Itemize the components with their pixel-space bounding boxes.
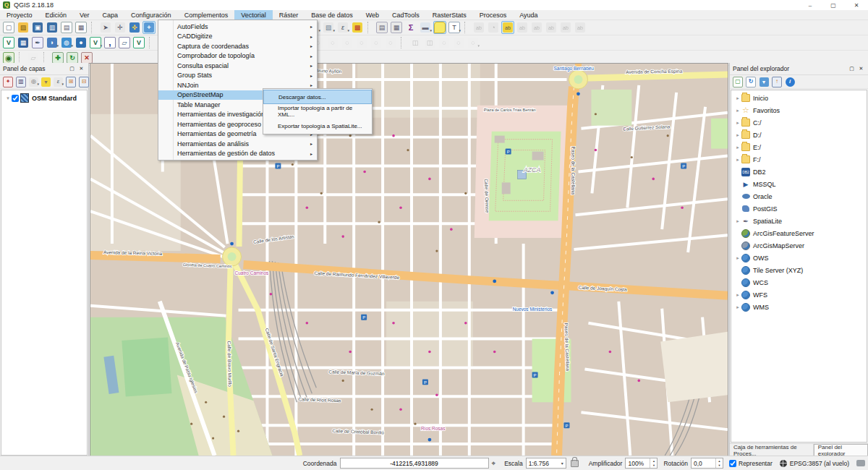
browser-item-wms[interactable]: ▸WMS xyxy=(731,301,867,313)
menu-procesos[interactable]: Procesos xyxy=(473,10,514,20)
attribute-table-button[interactable]: ▤ xyxy=(375,21,388,34)
touch-zoom-button[interactable]: ➤ xyxy=(99,21,112,34)
browser-filter-button[interactable]: ▼ xyxy=(758,76,770,87)
select-expression-button[interactable]: ε xyxy=(336,21,349,34)
split-parts-button[interactable]: ◫ xyxy=(423,36,436,49)
submenu-item-exportar-topologia[interactable]: Exportar topología a SpatiaLite... xyxy=(263,119,372,133)
scale-combobox[interactable]: 1:6.756▾ xyxy=(526,458,566,469)
crs-status[interactable]: EPSG:3857 (al vuelo) xyxy=(790,460,849,467)
menu-ayuda[interactable]: Ayuda xyxy=(513,10,544,20)
add-delimited-text-button[interactable]: , xyxy=(103,36,116,49)
scale-lock-icon[interactable] xyxy=(571,460,579,467)
save-project-as-button[interactable]: ▥ xyxy=(46,21,59,34)
browser-item-c-drive[interactable]: ▸C:/ xyxy=(731,116,867,129)
menu-item-group-stats[interactable]: Group Stats▸ xyxy=(158,71,317,81)
rotation-spinbox[interactable]: 0,0▲▼ xyxy=(691,458,723,469)
menu-cadtools[interactable]: CadTools xyxy=(386,10,426,20)
manage-visibility-button[interactable]: ◎ xyxy=(28,76,39,87)
menu-item-herramientas-de-gestion-de-datos[interactable]: Herramientas de gestión de datos▸ xyxy=(158,149,317,159)
menu-item-consulta-espacial[interactable]: Consulta espacial▸ xyxy=(158,61,317,71)
delete-part-button[interactable]: ◌ xyxy=(355,36,368,49)
label-toolbar-button-6[interactable]: ab xyxy=(559,21,572,34)
menu-complementos[interactable]: Complementos xyxy=(178,10,235,20)
layer-row-osm-standard[interactable]: ▾ OSM Standard xyxy=(1,92,87,104)
open-project-button[interactable]: ▨ xyxy=(17,21,30,34)
add-wcs-layer-button[interactable]: V xyxy=(132,36,145,49)
pan-to-selection-button[interactable]: ✜ xyxy=(128,21,141,34)
menu-capa[interactable]: Capa xyxy=(96,10,125,20)
add-wfs-layer-button[interactable]: ● xyxy=(75,36,88,49)
add-wms-layer-button[interactable]: ◍ xyxy=(60,36,73,49)
expander-icon[interactable]: ▸ xyxy=(734,218,741,224)
new-shapefile-button[interactable]: V xyxy=(2,36,15,49)
deselect-all-button[interactable]: ▩ xyxy=(351,21,364,34)
minimize-button[interactable]: – xyxy=(799,0,822,10)
spin-arrows[interactable]: ▲▼ xyxy=(650,458,657,468)
browser-item-wcs[interactable]: WCS xyxy=(731,276,867,289)
add-raster-button[interactable]: ▦ xyxy=(17,36,30,49)
tab-processing-toolbox[interactable]: Caja de herramientas de Proces... xyxy=(730,444,814,456)
new-composer-button[interactable]: ▤ xyxy=(60,21,73,34)
field-calculator-button[interactable]: ▦ xyxy=(390,21,403,34)
expander-icon[interactable]: ▸ xyxy=(734,120,741,126)
zoom-in-button[interactable]: + xyxy=(142,21,156,34)
collapse-all-button[interactable]: ⊟ xyxy=(78,76,90,87)
menu-proyecto[interactable]: Proyecto xyxy=(0,10,39,20)
label-toolbar-button-5[interactable]: ab xyxy=(545,21,558,34)
save-project-button[interactable]: ▣ xyxy=(31,21,44,34)
menu-item-captura-de-coordenadas[interactable]: Captura de coordenadas▸ xyxy=(158,41,317,51)
browser-item-arcgis-featureserver[interactable]: ArcGisFeatureServer xyxy=(731,227,867,239)
submenu-item-importar-topologia[interactable]: Importar topología a partir de XML... xyxy=(263,104,372,119)
expander-icon[interactable]: ▸ xyxy=(734,292,741,298)
menu-item-herramientas-de-analisis[interactable]: Herramientas de análisis▸ xyxy=(158,139,317,149)
browser-item-wfs[interactable]: ▸WFS xyxy=(731,289,867,301)
restore-button[interactable]: ▢ xyxy=(822,0,845,10)
text-annotation-button[interactable]: T xyxy=(448,21,461,34)
tab-browser-panel[interactable]: Panel del explorador xyxy=(814,444,868,456)
float-panel-button[interactable]: ▢ xyxy=(68,65,76,73)
browser-refresh-button[interactable]: ↻ xyxy=(745,76,757,87)
close-button[interactable]: ✕ xyxy=(845,0,868,10)
add-spatialite-button[interactable]: ✒ xyxy=(31,36,44,49)
expander-icon[interactable]: ▸ xyxy=(734,108,741,114)
label-toolbar-button-4[interactable]: ab xyxy=(530,21,543,34)
menu-edicion[interactable]: Edición xyxy=(39,10,74,20)
label-toolbar-button-1[interactable]: ab xyxy=(472,21,485,34)
expander-icon[interactable]: ▸ xyxy=(734,145,741,150)
label-toolbar-button-7[interactable]: ab xyxy=(574,21,587,34)
add-selected-layers-button[interactable]: ▢ xyxy=(732,76,744,87)
messages-icon[interactable] xyxy=(856,460,865,466)
browser-item-e-drive[interactable]: ▸E:/ xyxy=(731,141,867,153)
pan-map-button[interactable]: ✛ xyxy=(114,21,127,34)
menu-base-de-datos[interactable]: Base de datos xyxy=(305,10,359,20)
browser-properties-button[interactable]: i xyxy=(784,76,796,87)
layer-visibility-checkbox[interactable] xyxy=(12,95,19,102)
magnifier-spinbox[interactable]: 100%▲▼ xyxy=(625,458,658,469)
menu-raster[interactable]: Ráster xyxy=(273,10,305,20)
close-panel-button[interactable]: ✕ xyxy=(857,65,865,73)
reshape-features-button[interactable]: ◌ xyxy=(370,36,383,49)
extent-toggle-icon[interactable]: ⌖ xyxy=(492,459,496,468)
label-toolbar-button-3[interactable]: ab xyxy=(516,21,529,34)
add-virtual-layer-button[interactable]: V xyxy=(89,36,102,49)
composer-manager-button[interactable]: ▦ xyxy=(75,21,88,34)
browser-item-oracle[interactable]: Oracle xyxy=(731,190,867,202)
coordinate-input[interactable] xyxy=(340,458,489,469)
browser-item-f-drive[interactable]: ▸F:/ xyxy=(731,153,867,166)
expander-icon[interactable]: ▾ xyxy=(4,95,12,101)
menu-item-autofields[interactable]: AutoFields▸ xyxy=(158,22,317,32)
measure-button[interactable]: ▬ xyxy=(419,21,432,34)
add-group-button[interactable]: ▥ xyxy=(15,76,27,87)
browser-item-postgis[interactable]: PostGIS xyxy=(731,202,867,215)
browser-item-tile-server-xyz[interactable]: Tile Server (XYZ) xyxy=(731,264,867,276)
menu-item-comprobador-de-topologia[interactable]: Comprobador de topología▸ xyxy=(158,51,317,61)
browser-item-inicio[interactable]: ▸Inicio xyxy=(731,92,867,104)
statistics-button[interactable]: Σ xyxy=(404,21,417,34)
fill-ring-button[interactable]: ◌ xyxy=(326,36,339,49)
render-checkbox[interactable] xyxy=(729,460,736,467)
menu-configuracion[interactable]: Configuración xyxy=(124,10,178,20)
expand-all-button[interactable]: ⊞ xyxy=(65,76,77,87)
expander-icon[interactable]: ▸ xyxy=(734,255,741,261)
open-layer-styling-button[interactable]: ✦ xyxy=(2,76,14,87)
browser-item-mssql[interactable]: ▶MSSQL xyxy=(731,178,867,190)
